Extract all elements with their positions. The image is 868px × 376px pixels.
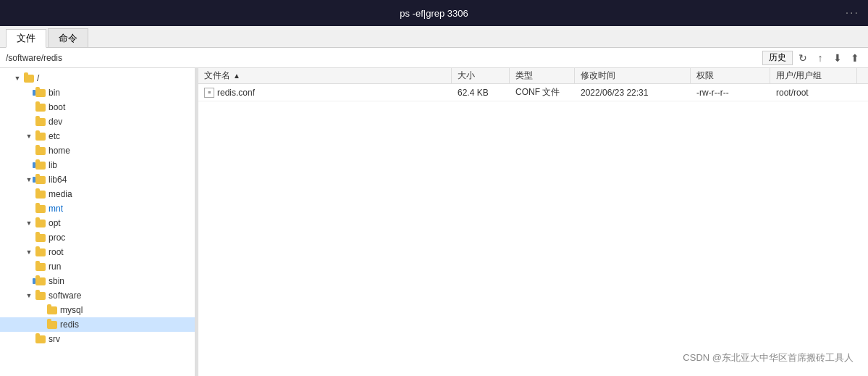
col-header-filename[interactable]: 文件名 ▲	[198, 68, 452, 83]
tree-label-mysql: mysql	[60, 305, 83, 315]
title-bar-dots: ···	[846, 7, 859, 20]
title-bar: ps -ef|grep 3306 ···	[0, 0, 868, 26]
tree-label-boot: boot	[49, 102, 65, 112]
tree-item-proc[interactable]: proc	[0, 230, 195, 245]
tree-item-run[interactable]: run	[0, 259, 195, 274]
tree-item-boot[interactable]: boot	[0, 100, 195, 114]
cell-owner-0: root/root	[770, 84, 857, 101]
folder-icon-sbin	[35, 276, 46, 286]
tab-commands[interactable]: 命令	[48, 28, 88, 47]
tree-item-lib64[interactable]: ▼lib64	[0, 172, 195, 187]
tree-item-sbin[interactable]: sbin	[0, 274, 195, 288]
tree-label-srv: srv	[49, 334, 60, 344]
cell-size-0: 62.4 KB	[452, 84, 510, 101]
up-icon[interactable]: ↑	[813, 51, 827, 65]
tab-bar: 文件 命令	[0, 26, 868, 48]
folder-icon-media	[35, 189, 46, 199]
tree-item-srv[interactable]: srv	[0, 332, 195, 346]
folder-icon-boot	[35, 102, 46, 112]
tree-item-opt[interactable]: ▼opt	[0, 216, 195, 230]
expand-icon-etc[interactable]: ▼	[23, 133, 35, 140]
tree-label-etc: etc	[49, 131, 60, 141]
folder-icon-run	[35, 262, 46, 272]
upload-icon[interactable]: ⬆	[848, 51, 862, 65]
col-header-perms[interactable]: 权限	[691, 68, 770, 83]
filename-text-0: redis.conf	[217, 88, 255, 98]
address-bar: /software/redis 历史 ↻ ↑ ⬇ ⬆	[0, 48, 868, 68]
cell-modified-0: 2022/06/23 22:31	[575, 84, 691, 101]
tree-item-media[interactable]: media	[0, 187, 195, 201]
folder-icon-bin	[35, 88, 46, 98]
cell-perms-0: -rw-r--r--	[691, 84, 770, 101]
main-content: ▼/binbootdev▼etchomelib▼lib64mediamnt▼op…	[0, 68, 868, 376]
folder-icon-mnt	[35, 204, 46, 214]
expand-icon-opt[interactable]: ▼	[23, 220, 35, 227]
tree-label-run: run	[49, 262, 61, 272]
refresh-icon[interactable]: ↻	[796, 51, 810, 65]
file-rows-container: ≡redis.conf62.4 KBCONF 文件2022/06/23 22:3…	[198, 84, 868, 101]
folder-icon-srv	[35, 334, 46, 344]
tree-item-bin[interactable]: bin	[0, 85, 195, 100]
col-header-size[interactable]: 大小	[452, 68, 510, 83]
folder-icon-proc	[35, 233, 46, 243]
folder-icon-software	[35, 291, 46, 301]
folder-icon-opt	[35, 218, 46, 228]
watermark: CSDN @东北亚大中华区首席搬砖工具人	[683, 351, 854, 364]
folder-icon-redis	[46, 319, 58, 330]
tree-item-software[interactable]: ▼software	[0, 288, 195, 303]
tree-item-mnt[interactable]: mnt	[0, 201, 195, 216]
title-text: ps -ef|grep 3306	[400, 8, 468, 19]
folder-icon-lib64	[35, 175, 46, 185]
address-controls: 历史 ↻ ↑ ⬇ ⬆	[762, 51, 862, 65]
tree-label-opt: opt	[49, 218, 61, 228]
download-icon[interactable]: ⬇	[830, 51, 845, 65]
tree-label-root: root	[49, 247, 64, 257]
cell-type-0: CONF 文件	[510, 84, 575, 101]
tree-label-dev: dev	[49, 117, 62, 127]
tree-item-mysql[interactable]: mysql	[0, 303, 195, 317]
tree-label-home: home	[49, 146, 70, 156]
folder-icon-lib	[35, 160, 46, 170]
file-list: 文件名 ▲ 大小 类型 修改时间 权限 用户/用户组 ≡redis.conf62…	[198, 68, 868, 376]
col-header-owner[interactable]: 用户/用户组	[770, 68, 857, 83]
expand-icon-software[interactable]: ▼	[23, 292, 35, 299]
expand-icon-root[interactable]: ▼	[12, 75, 23, 82]
file-icon-0: ≡	[204, 88, 214, 98]
tree-item-redis[interactable]: redis	[0, 317, 195, 332]
history-button[interactable]: 历史	[762, 51, 793, 65]
tree-label-media: media	[49, 189, 72, 199]
tree-item-dev[interactable]: dev	[0, 114, 195, 129]
tree-label-lib: lib	[49, 160, 57, 170]
folder-icon-root	[35, 247, 46, 257]
tree-label-root: /	[37, 73, 39, 83]
tree-label-proc: proc	[49, 233, 65, 243]
tree-item-home[interactable]: home	[0, 143, 195, 158]
col-header-type[interactable]: 类型	[510, 68, 575, 83]
tree-label-redis: redis	[60, 319, 79, 330]
table-row[interactable]: ≡redis.conf62.4 KBCONF 文件2022/06/23 22:3…	[198, 84, 868, 101]
sort-arrow-filename: ▲	[233, 72, 240, 80]
expand-icon-root[interactable]: ▼	[23, 248, 35, 256]
tree-label-sbin: sbin	[49, 276, 64, 286]
tree-label-software: software	[49, 291, 81, 301]
panel-resizer[interactable]	[195, 68, 198, 376]
col-header-modified[interactable]: 修改时间	[575, 68, 691, 83]
cell-filename-0: ≡redis.conf	[198, 84, 452, 101]
tree-item-etc[interactable]: ▼etc	[0, 129, 195, 143]
tree-item-lib[interactable]: lib	[0, 158, 195, 172]
address-path: /software/redis	[6, 53, 762, 63]
folder-icon-mysql	[46, 305, 58, 315]
file-tree: ▼/binbootdev▼etchomelib▼lib64mediamnt▼op…	[0, 68, 195, 376]
tree-item-root[interactable]: ▼root	[0, 245, 195, 259]
tree-label-mnt: mnt	[49, 204, 63, 214]
tab-files[interactable]: 文件	[6, 29, 46, 48]
folder-icon-root	[23, 73, 35, 83]
folder-icon-etc	[35, 131, 46, 141]
folder-icon-home	[35, 146, 46, 156]
tree-label-bin: bin	[49, 88, 60, 98]
folder-icon-dev	[35, 117, 46, 127]
tree-label-lib64: lib64	[49, 175, 67, 185]
tree-item-root[interactable]: ▼/	[0, 71, 195, 85]
file-list-header: 文件名 ▲ 大小 类型 修改时间 权限 用户/用户组	[198, 68, 868, 84]
